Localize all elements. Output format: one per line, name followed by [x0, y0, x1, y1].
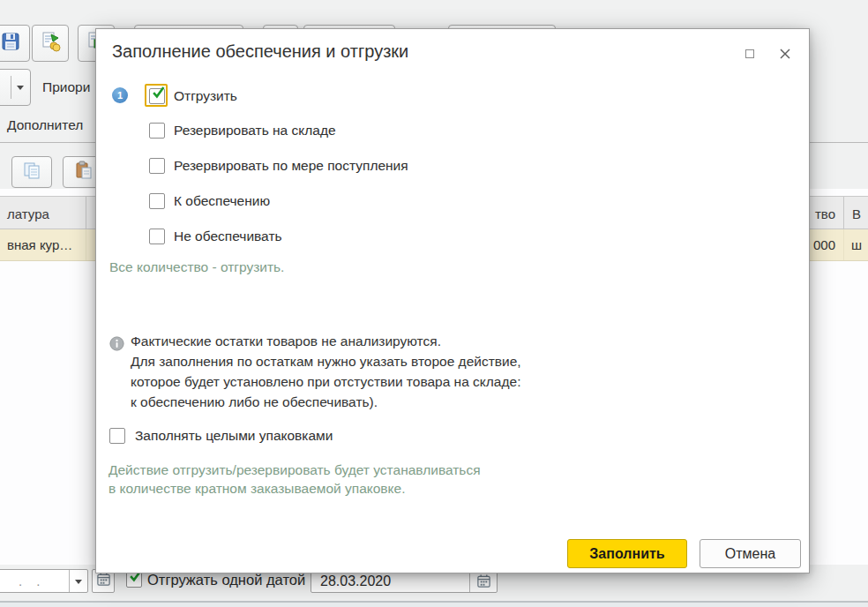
- paste-icon: [73, 160, 94, 184]
- step-badge: 1: [112, 87, 128, 103]
- tab-dopolnitelno[interactable]: Дополнител: [7, 117, 83, 133]
- post-document-button[interactable]: [32, 25, 69, 62]
- packs-note: Действие отгрузить/резервировать будет у…: [108, 461, 481, 498]
- chevron-down-icon: [17, 86, 24, 90]
- chevron-down-icon[interactable]: [75, 580, 82, 584]
- calendar-icon: [96, 572, 111, 590]
- info-icon: [109, 336, 124, 355]
- button-divider: [11, 76, 11, 99]
- option-label-reserve-incoming[interactable]: Резервировать по мере поступления: [174, 157, 408, 175]
- copy-button[interactable]: [11, 156, 52, 188]
- cell-divider: [86, 229, 86, 260]
- priority-label: Приори: [42, 79, 90, 95]
- column-header-nomenclature: латура: [7, 206, 49, 221]
- app-window: Приори Дополнител латура тво В вная кур……: [0, 0, 868, 607]
- summary-text: Все количество - отгрузить.: [109, 258, 284, 276]
- option-label-not-provide[interactable]: Не обеспечивать: [174, 228, 282, 245]
- option-checkbox-to-provision[interactable]: [149, 193, 165, 209]
- fill-button[interactable]: Заполнить: [567, 539, 687, 568]
- option-label-to-provision[interactable]: К обеспечению: [174, 192, 270, 210]
- option-checkbox-otgruzit[interactable]: [149, 88, 165, 104]
- info-line: Фактические остатки товаров не анализиру…: [131, 331, 521, 351]
- option-label-otgruzit[interactable]: Отгрузить: [174, 87, 237, 105]
- fill-provision-dialog: Заполнение обеспечения и отгрузки 1 Отгр…: [95, 28, 810, 573]
- cancel-button[interactable]: Отмена: [700, 539, 801, 568]
- option-label-reserve-warehouse[interactable]: Резервировать на складе: [174, 122, 336, 139]
- column-header-quantity: тво: [815, 206, 835, 221]
- whole-packs-label[interactable]: Заполнять целыми упаковками: [135, 427, 333, 445]
- split-dropdown-button[interactable]: [0, 69, 31, 106]
- checkmark-icon: [152, 86, 165, 98]
- calendar-icon[interactable]: [476, 573, 491, 592]
- cell-divider: [843, 229, 844, 260]
- field-divider: [69, 570, 70, 592]
- cell-nomenclature: вная кур…: [7, 237, 72, 252]
- option-checkbox-not-provide[interactable]: [149, 229, 165, 244]
- bottom-strip: [0, 603, 868, 607]
- cell-quantity: 000: [813, 237, 835, 252]
- cell-unit: ш: [851, 237, 862, 252]
- save-icon: [0, 31, 21, 56]
- packs-note-line: в количестве кратном заказываемой упаков…: [108, 479, 481, 498]
- column-divider: [843, 197, 844, 229]
- ship-single-date-checkbox[interactable]: [126, 572, 142, 588]
- ship-single-date-label[interactable]: Отгружать одной датой: [147, 572, 305, 588]
- empty-date-field[interactable]: . .: [0, 569, 88, 593]
- info-line: к обеспечению либо не обеспечивать).: [131, 392, 521, 412]
- dialog-title: Заполнение обеспечения и отгрузки: [112, 41, 408, 62]
- info-line: Для заполнения по остаткам нужно указать…: [131, 351, 521, 371]
- packs-note-line: Действие отгрузить/резервировать будет у…: [108, 461, 481, 479]
- empty-date-placeholder: . .: [19, 573, 46, 588]
- ship-date-value: 28.03.2020: [320, 573, 391, 589]
- minimize-button[interactable]: [741, 45, 759, 63]
- option-checkbox-reserve-warehouse[interactable]: [149, 123, 165, 139]
- copy-icon: [21, 160, 42, 184]
- info-line: которое будет установлено при отстуствии…: [131, 371, 521, 392]
- column-divider: [86, 197, 86, 229]
- close-icon: [780, 49, 790, 59]
- save-button[interactable]: [0, 25, 30, 62]
- info-text: Фактические остатки товаров не анализиру…: [131, 331, 521, 412]
- minimize-icon: [745, 49, 754, 58]
- column-header-unit: В: [852, 206, 861, 221]
- whole-packs-checkbox[interactable]: [109, 428, 125, 444]
- close-button[interactable]: [776, 45, 794, 63]
- option-checkbox-reserve-incoming[interactable]: [149, 158, 165, 174]
- post-document-icon: [39, 30, 62, 56]
